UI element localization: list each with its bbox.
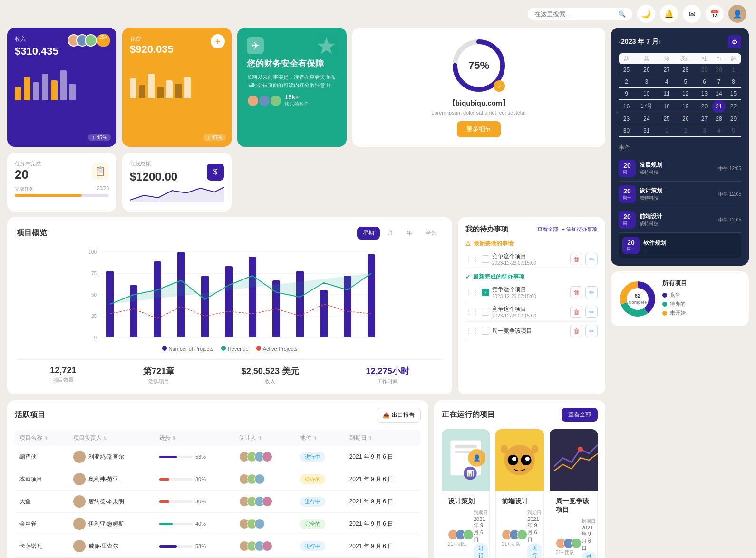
cal-day-1-3[interactable]: 5 (675, 76, 697, 88)
tab-year[interactable]: 年 (401, 227, 418, 240)
calendar-button[interactable]: 📅 (706, 5, 724, 23)
cal-row-4[interactable]: 23242526272829 (619, 113, 741, 125)
todo-delete-1[interactable]: 🗑 (570, 253, 582, 265)
cal-day-3-3[interactable]: 19 (675, 100, 697, 113)
cal-day-5-2[interactable]: 1 (659, 125, 675, 137)
search-input[interactable] (534, 10, 614, 18)
cal-row-5[interactable]: 303112345 (619, 125, 741, 137)
cal-day-3-1[interactable]: 17号 (634, 100, 659, 113)
cal-day-0-6[interactable]: 1 (726, 64, 741, 76)
expense-add-button[interactable]: + (211, 34, 225, 48)
dark-mode-button[interactable]: 🌙 (637, 5, 655, 23)
cal-day-5-0[interactable]: 30 (619, 125, 634, 137)
cal-day-1-1[interactable]: 3 (634, 76, 659, 88)
todo-edit-2[interactable]: ✏ (585, 286, 598, 298)
col-due[interactable]: 到期日 ⇅ (345, 430, 421, 446)
cal-day-2-3[interactable]: 12 (675, 88, 697, 100)
sort-owner[interactable]: ⇅ (103, 435, 107, 441)
cal-next-button[interactable]: › (659, 38, 661, 46)
export-button[interactable]: 📤 出口报告 (377, 408, 421, 423)
search-container[interactable]: 🔍 (528, 8, 632, 20)
detail-button[interactable]: 更多细节 (457, 121, 501, 137)
cal-day-5-1[interactable]: 31 (634, 125, 659, 137)
view-all-running-button[interactable]: 查看全部 (562, 408, 598, 422)
todo-view-all[interactable]: 查看全部 (537, 226, 558, 233)
cal-day-1-6[interactable]: 8 (726, 76, 741, 88)
cal-day-0-1[interactable]: 26 (634, 64, 659, 76)
cal-day-2-6[interactable]: 15 (726, 88, 741, 100)
cal-day-3-6[interactable]: 22 (726, 100, 741, 113)
sort-status[interactable]: ⇅ (313, 435, 317, 441)
mail-button[interactable]: ✉ (683, 5, 701, 23)
todo-edit-3[interactable]: ✏ (585, 306, 598, 318)
cal-day-2-4[interactable]: 13 (697, 88, 712, 100)
user-avatar[interactable]: 👤 (728, 5, 746, 23)
todo-delete-3[interactable]: 🗑 (570, 306, 582, 318)
cal-day-5-5[interactable]: 4 (712, 125, 726, 137)
col-owner[interactable]: 项目负责人 ⇅ (68, 430, 155, 446)
cal-day-3-0[interactable]: 16 (619, 100, 634, 113)
calendar-body[interactable]: 2526272829301234567891011121314151617号18… (619, 64, 741, 137)
cal-day-5-4[interactable]: 3 (697, 125, 712, 137)
cal-day-0-5[interactable]: 30 (712, 64, 726, 76)
cal-day-1-5[interactable]: 7 (712, 76, 726, 88)
col-name[interactable]: 项目名称 ⇅ (15, 430, 68, 446)
cal-day-4-4[interactable]: 27 (697, 113, 712, 125)
drag-handle-1[interactable]: ⋮⋮ (465, 255, 479, 263)
cal-day-5-6[interactable]: 5 (726, 125, 741, 137)
cal-day-2-5[interactable]: 14 (712, 88, 726, 100)
todo-edit-1[interactable]: ✏ (585, 253, 598, 265)
cal-day-0-3[interactable]: 28 (675, 64, 697, 76)
todo-actions-4[interactable]: 🗑 ✏ (570, 325, 598, 337)
tab-month[interactable]: 月 (382, 227, 399, 240)
sort-due[interactable]: ⇅ (368, 435, 372, 441)
todo-edit-4[interactable]: ✏ (585, 325, 598, 337)
cal-day-3-4[interactable]: 20 (697, 100, 712, 113)
cal-day-4-0[interactable]: 23 (619, 113, 634, 125)
cal-day-4-6[interactable]: 29 (726, 113, 741, 125)
cal-day-4-1[interactable]: 24 (634, 113, 659, 125)
col-assignees[interactable]: 受让人 ⇅ (234, 430, 295, 446)
drag-handle-2[interactable]: ⋮⋮ (465, 289, 479, 296)
cal-day-2-0[interactable]: 9 (619, 88, 634, 100)
todo-delete-4[interactable]: 🗑 (570, 325, 582, 337)
todo-header-actions[interactable]: 查看全部 + 添加待办事项 (537, 226, 598, 233)
col-status[interactable]: 地位 ⇅ (295, 430, 345, 446)
sort-assignees[interactable]: ⇅ (258, 435, 262, 441)
cal-day-3-5[interactable]: 21 (712, 100, 726, 113)
cal-day-1-4[interactable]: 6 (697, 76, 712, 88)
sort-name[interactable]: ⇅ (44, 435, 48, 441)
cal-day-4-2[interactable]: 25 (659, 113, 675, 125)
cal-day-0-0[interactable]: 25 (619, 64, 634, 76)
todo-actions-1[interactable]: 🗑 ✏ (570, 253, 598, 265)
sort-progress[interactable]: ⇅ (172, 435, 176, 441)
todo-add[interactable]: + 添加待办事项 (562, 226, 598, 233)
cal-row-1[interactable]: 2345678 (619, 76, 741, 88)
notification-button[interactable]: 🔔 (660, 5, 678, 23)
cal-day-0-2[interactable]: 27 (659, 64, 675, 76)
cal-day-4-3[interactable]: 26 (675, 113, 697, 125)
todo-check-1[interactable] (482, 255, 489, 263)
cal-day-4-5[interactable]: 28 (712, 113, 726, 125)
cal-day-1-2[interactable]: 4 (659, 76, 675, 88)
calendar-settings-button[interactable]: ⚙ (728, 35, 741, 48)
todo-check-4[interactable] (482, 327, 489, 335)
cal-day-5-3[interactable]: 2 (675, 125, 697, 137)
cal-row-2[interactable]: 9101112131415 (619, 88, 741, 100)
cal-row-0[interactable]: 2526272829301 (619, 64, 741, 76)
drag-handle-4[interactable]: ⋮⋮ (465, 327, 479, 335)
todo-check-3[interactable] (482, 308, 489, 316)
overview-tabs[interactable]: 星期 月 年 全部 (357, 227, 443, 240)
cal-day-3-2[interactable]: 18 (659, 100, 675, 113)
todo-actions-2[interactable]: 🗑 ✏ (570, 286, 598, 298)
cal-day-0-4[interactable]: 29 (697, 64, 712, 76)
cal-day-2-2[interactable]: 11 (659, 88, 675, 100)
todo-delete-2[interactable]: 🗑 (570, 286, 582, 298)
cal-row-3[interactable]: 1617号1819202122 (619, 100, 741, 113)
tab-all[interactable]: 全部 (420, 227, 443, 240)
todo-actions-3[interactable]: 🗑 ✏ (570, 306, 598, 318)
todo-check-2[interactable]: ✓ (482, 289, 489, 296)
cal-day-1-0[interactable]: 2 (619, 76, 634, 88)
tab-week[interactable]: 星期 (357, 227, 380, 240)
col-progress[interactable]: 进步 ⇅ (155, 430, 234, 446)
